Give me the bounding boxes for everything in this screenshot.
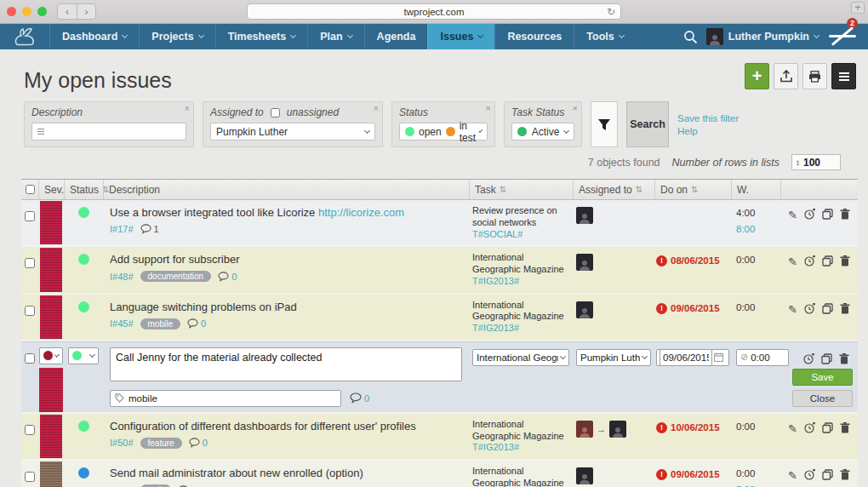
print-button[interactable]: [802, 63, 827, 89]
task-name[interactable]: International Geographic Magazine: [472, 419, 564, 441]
assignee-avatar[interactable]: [576, 301, 593, 318]
assignee-avatar[interactable]: [576, 421, 593, 438]
nav-item-agenda[interactable]: Agenda: [364, 24, 428, 49]
nav-item-issues[interactable]: Issues: [427, 24, 494, 49]
trash-icon[interactable]: [840, 209, 850, 220]
status-select[interactable]: open in test: [399, 123, 488, 140]
remove-filter-icon[interactable]: ×: [486, 103, 491, 113]
refresh-icon[interactable]: ↻: [607, 6, 615, 18]
remove-filter-icon[interactable]: ×: [573, 103, 578, 113]
advanced-filter-button[interactable]: [591, 101, 618, 147]
trash-icon[interactable]: [839, 353, 849, 364]
export-button[interactable]: [774, 63, 798, 89]
timer-icon[interactable]: [804, 255, 815, 266]
task-select[interactable]: International Geogra: [472, 349, 569, 366]
timer-icon[interactable]: [804, 469, 815, 480]
close-button[interactable]: Close: [792, 390, 853, 407]
copy-icon[interactable]: [821, 353, 832, 364]
save-filter-link[interactable]: Save this filter: [677, 113, 739, 123]
issue-title[interactable]: Language switching problems on iPad: [110, 301, 297, 313]
unassigned-checkbox[interactable]: [271, 108, 280, 117]
comments[interactable]: 1: [140, 224, 159, 234]
task-name[interactable]: Review presence on social networks: [472, 205, 557, 227]
issue-title[interactable]: Send mail administrator about new enroll…: [110, 467, 363, 479]
nav-item-resources[interactable]: Resources: [494, 24, 574, 49]
user-menu[interactable]: Luther Pumpkin: [706, 28, 819, 45]
save-button[interactable]: Save: [792, 369, 853, 386]
header-assigned-to[interactable]: Assigned to⇅: [573, 180, 654, 199]
add-issue-button[interactable]: +: [745, 63, 769, 89]
header-description[interactable]: Description: [103, 180, 469, 199]
copy-icon[interactable]: [822, 469, 833, 480]
comments[interactable]: 0: [187, 318, 206, 329]
edit-icon[interactable]: ✎: [788, 422, 797, 435]
assignee-avatar[interactable]: [576, 467, 593, 484]
issue-id[interactable]: I#17#: [110, 224, 134, 234]
header-status[interactable]: Status⇅: [64, 180, 103, 199]
assignee-avatar[interactable]: [576, 254, 593, 271]
close-annotation-icon[interactable]: 2: [827, 25, 856, 49]
browser-back-button[interactable]: ‹: [58, 4, 77, 19]
trash-icon[interactable]: [840, 255, 850, 266]
nav-item-plan[interactable]: Plan: [307, 24, 363, 49]
issue-tag[interactable]: mobile: [140, 318, 180, 329]
nav-item-dashboard[interactable]: Dashboard: [49, 24, 139, 49]
assignee-select[interactable]: Pumpkin Luth: [576, 349, 651, 366]
issue-link[interactable]: http://licorize.com: [318, 206, 404, 219]
description-filter-input[interactable]: [31, 123, 186, 140]
issue-title[interactable]: Use a browser integrated tool like Licor…: [110, 206, 315, 219]
comments[interactable]: 0: [350, 392, 369, 404]
new-tab-button[interactable]: +: [851, 2, 865, 14]
help-link[interactable]: Help: [677, 126, 739, 136]
row-checkbox[interactable]: [25, 425, 35, 435]
edit-icon[interactable]: ✎: [788, 255, 797, 268]
copy-icon[interactable]: [822, 303, 833, 314]
search-icon[interactable]: [683, 30, 698, 44]
edit-icon[interactable]: ✎: [788, 469, 797, 482]
issue-id[interactable]: I#48#: [110, 272, 134, 282]
issue-tag[interactable]: documentation: [140, 271, 212, 282]
tags-input[interactable]: mobile: [110, 390, 341, 407]
issue-id[interactable]: I#50#: [110, 438, 134, 448]
edit-icon[interactable]: ✎: [788, 209, 797, 221]
header-task[interactable]: Task⇅: [469, 180, 573, 199]
edit-icon[interactable]: ✎: [788, 303, 797, 316]
description-editor[interactable]: Call Jenny for the material already coll…: [110, 347, 462, 381]
rows-in-lists-input[interactable]: ▲▼ 100: [791, 154, 841, 170]
timer-icon[interactable]: [804, 303, 815, 314]
copy-icon[interactable]: [822, 209, 833, 220]
row-checkbox[interactable]: [25, 306, 35, 316]
trash-icon[interactable]: [840, 469, 850, 480]
header-w[interactable]: W.: [731, 180, 780, 199]
browser-forward-button[interactable]: ›: [77, 4, 95, 19]
trash-icon[interactable]: [840, 303, 850, 314]
zoom-window-icon[interactable]: [37, 7, 47, 16]
row-checkbox[interactable]: [25, 353, 35, 364]
calendar-icon[interactable]: [714, 352, 723, 362]
address-bar[interactable]: twproject.com ↻: [247, 3, 621, 20]
minimize-window-icon[interactable]: [22, 7, 31, 16]
due-date-field[interactable]: [656, 349, 729, 366]
issue-title[interactable]: Add support for subscriber: [110, 253, 239, 266]
task-name[interactable]: International Geographic Magazine: [472, 300, 564, 322]
twproject-logo-icon[interactable]: [0, 24, 49, 49]
remove-filter-icon[interactable]: ×: [374, 103, 379, 113]
task-name[interactable]: International Geographic Magazine: [472, 466, 564, 487]
copy-icon[interactable]: [822, 255, 833, 266]
select-all-checkbox[interactable]: [26, 185, 35, 194]
nav-item-projects[interactable]: Projects: [139, 24, 214, 49]
row-checkbox[interactable]: [25, 211, 35, 221]
nav-item-timesheets[interactable]: Timesheets: [215, 24, 308, 49]
timer-icon[interactable]: [804, 422, 815, 433]
header-do-on[interactable]: Do on⇅: [654, 180, 731, 199]
issue-title[interactable]: Configuration of different dashboards fo…: [110, 420, 416, 433]
header-sev[interactable]: Sev.: [38, 180, 64, 199]
search-button[interactable]: Search: [626, 101, 669, 147]
row-checkbox[interactable]: [25, 472, 35, 482]
task-code[interactable]: T#SOCIAL#: [472, 229, 523, 239]
remove-filter-icon[interactable]: ×: [185, 103, 190, 113]
list-menu-button[interactable]: [831, 63, 856, 89]
spinner-icon[interactable]: ▲▼: [796, 159, 800, 166]
issue-tag[interactable]: feature: [140, 438, 182, 449]
task-code[interactable]: T#IG2013#: [472, 276, 519, 286]
